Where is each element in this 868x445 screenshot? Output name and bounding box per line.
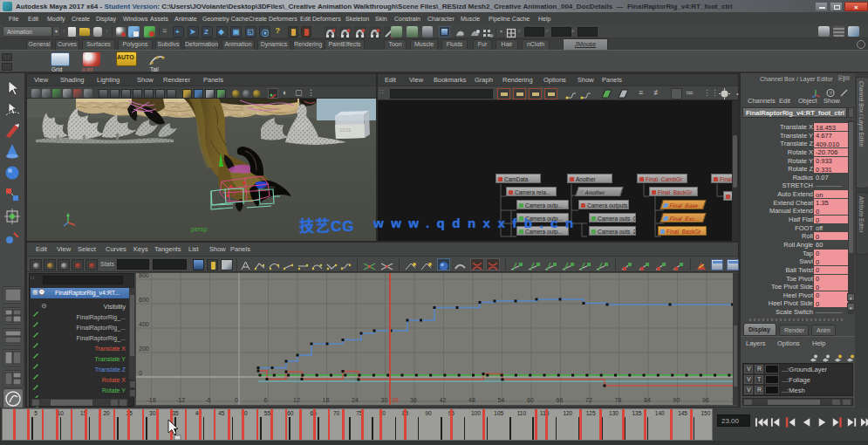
svg-text:84: 84: [644, 397, 651, 403]
svg-text:96: 96: [702, 397, 709, 403]
svg-text:?: ?: [830, 91, 833, 96]
svg-text:66: 66: [557, 397, 564, 403]
svg-text:-12: -12: [176, 397, 185, 403]
svg-text:400: 400: [139, 321, 149, 327]
svg-text:1031: 1031: [339, 127, 352, 133]
svg-text:24: 24: [352, 397, 359, 403]
svg-text:0: 0: [235, 397, 238, 403]
svg-text:78: 78: [615, 397, 622, 403]
svg-text:-6: -6: [206, 397, 211, 403]
svg-text:30: 30: [381, 397, 388, 403]
svg-text:48: 48: [468, 397, 475, 403]
svg-text:54: 54: [498, 397, 505, 403]
svg-text:200: 200: [139, 346, 149, 352]
svg-text:12: 12: [293, 397, 300, 403]
svg-text:90: 90: [673, 397, 680, 403]
svg-text:18: 18: [323, 397, 330, 403]
svg-text:600: 600: [139, 297, 149, 303]
svg-text:36: 36: [392, 397, 399, 403]
svg-text:6: 6: [264, 397, 268, 403]
svg-text:36: 36: [410, 397, 417, 403]
svg-text:persp: persp: [191, 225, 208, 233]
svg-text:60: 60: [527, 397, 534, 403]
svg-text:800: 800: [139, 273, 149, 278]
svg-text:-18: -18: [147, 397, 156, 403]
svg-text:0: 0: [139, 370, 142, 376]
svg-text:72: 72: [585, 397, 592, 403]
svg-text:42: 42: [440, 397, 447, 403]
